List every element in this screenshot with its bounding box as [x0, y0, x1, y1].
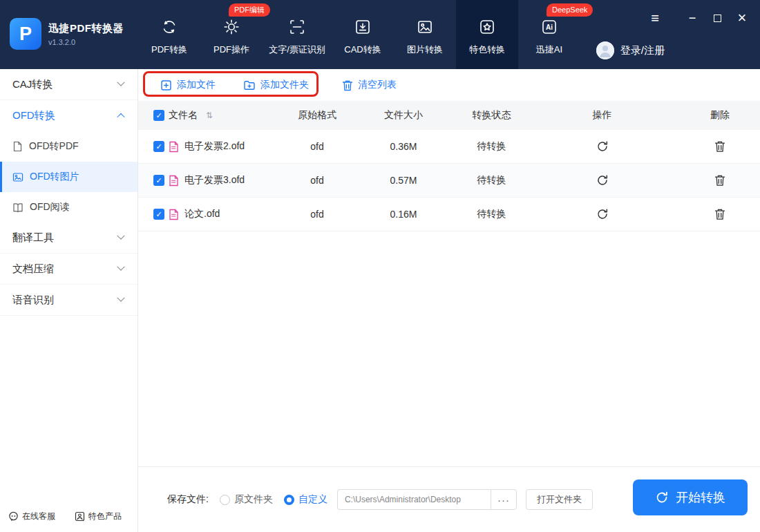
maximize-button[interactable] [710, 11, 724, 25]
delete-row-button[interactable] [712, 205, 728, 223]
item-label: OFD转PDF [29, 140, 79, 153]
table-header: ✓ 文件名 ⇅ 原始格式 文件大小 转换状态 操作 删除 [138, 101, 760, 130]
ai-box-icon: Ai [540, 17, 558, 37]
row-checkbox[interactable]: ✓ [153, 175, 164, 186]
open-folder-button[interactable]: 打开文件夹 [526, 489, 593, 510]
avatar [596, 41, 614, 59]
sidebar-group-translate[interactable]: 翻译工具 [0, 222, 137, 254]
pdf-doc-icon [12, 141, 23, 152]
column-filename[interactable]: 文件名 ⇅ [169, 109, 286, 122]
minimize-button[interactable]: − [685, 11, 699, 25]
table-row: ✓ 论文.ofd ofd 0.16M 待转换 [138, 198, 760, 231]
browse-button[interactable]: ··· [491, 489, 517, 510]
sidebar-group-ofd[interactable]: OFD转换 [0, 100, 137, 131]
person-box-icon [75, 511, 85, 522]
radio-circle-selected[interactable] [284, 495, 294, 505]
file-status: 待转换 [459, 174, 524, 187]
nav-tab-cad-convert[interactable]: CAD转换 [332, 0, 394, 69]
gear-icon [222, 17, 240, 37]
close-button[interactable]: × [735, 11, 749, 25]
add-file-label: 添加文件 [177, 79, 216, 91]
window-controls: ≡ − × [648, 11, 749, 25]
radio-original-folder[interactable]: 原文件夹 [220, 493, 273, 506]
toolbar: 添加文件 添加文件夹 清空列表 [138, 69, 760, 101]
featured-products-link[interactable]: 特色产品 [75, 511, 122, 522]
header: P 迅捷PDF转换器 v1.3.2.0 PDF转换 PDF编辑 PDF操作 文字… [0, 0, 760, 69]
sidebar-item-ofd-to-image[interactable]: OFD转图片 [0, 162, 137, 192]
nav-label: 文字/票证识别 [269, 44, 325, 56]
delete-row-button[interactable] [712, 171, 728, 189]
chat-smiley-icon [8, 511, 19, 522]
clear-list-button[interactable]: 清空列表 [342, 79, 397, 91]
group-label: 翻译工具 [12, 231, 54, 245]
radio-custom-folder[interactable]: 自定义 [284, 493, 327, 506]
chevron-down-icon [117, 79, 124, 86]
nav-tab-special-convert[interactable]: 特色转换 [456, 0, 518, 69]
menu-icon[interactable]: ≡ [648, 11, 662, 25]
convert-row-button[interactable] [593, 137, 611, 155]
sidebar-item-ofd-read[interactable]: OFD阅读 [0, 192, 137, 222]
group-label: OFD转换 [12, 109, 55, 122]
nav-label: PDF转换 [151, 44, 187, 56]
add-folder-label: 添加文件夹 [260, 79, 309, 91]
file-name: 电子发票2.ofd [184, 140, 245, 153]
bottom-bar: 保存文件: 原文件夹 自定义 ··· 打开文件夹 开始转换 [138, 466, 760, 532]
radio-circle-unselected[interactable] [220, 495, 230, 505]
login-register[interactable]: 登录/注册 [596, 41, 665, 59]
sidebar-footer: 在线客服 特色产品 [0, 500, 137, 532]
download-box-icon [354, 17, 372, 37]
footer-label: 在线客服 [22, 511, 55, 522]
sort-icon[interactable]: ⇅ [206, 111, 213, 120]
add-folder-button[interactable]: 添加文件夹 [243, 79, 309, 91]
sidebar-item-ofd-to-pdf[interactable]: OFD转PDF [0, 131, 137, 162]
convert-row-button[interactable] [593, 171, 611, 189]
book-icon [12, 202, 23, 213]
online-service-link[interactable]: 在线客服 [8, 511, 55, 522]
nav-tab-xunjie-ai[interactable]: DeepSeek Ai 迅捷AI [518, 0, 580, 69]
nav-tab-pdf-convert[interactable]: PDF转换 [138, 0, 200, 69]
column-status: 转换状态 [459, 109, 524, 122]
row-checkbox[interactable]: ✓ [153, 141, 164, 152]
nav-label: 图片转换 [407, 44, 443, 56]
sidebar-group-compress[interactable]: 文档压缩 [0, 254, 137, 285]
delete-row-button[interactable] [712, 137, 728, 155]
add-file-button[interactable]: 添加文件 [160, 79, 216, 91]
column-size: 文件大小 [348, 109, 459, 122]
start-convert-button[interactable]: 开始转换 [633, 479, 748, 515]
nav-tab-image-convert[interactable]: 图片转换 [394, 0, 456, 69]
nav-tab-pdf-operate[interactable]: PDF编辑 PDF操作 [200, 0, 263, 69]
select-all-checkbox[interactable]: ✓ [153, 110, 164, 121]
footer-label: 特色产品 [88, 511, 122, 522]
app-version: v1.3.2.0 [48, 38, 124, 46]
start-convert-label: 开始转换 [676, 489, 725, 506]
ofd-file-icon [169, 141, 179, 153]
radio-label: 原文件夹 [234, 493, 273, 506]
nav-label: 特色转换 [469, 44, 505, 56]
row-checkbox[interactable]: ✓ [153, 209, 164, 220]
nav-tab-ocr[interactable]: 文字/票证识别 [263, 0, 332, 69]
file-size: 0.16M [348, 209, 459, 220]
file-format: ofd [286, 209, 348, 220]
sidebar-group-caj[interactable]: CAJ转换 [0, 69, 137, 100]
deepseek-badge: DeepSeek [547, 3, 593, 17]
add-file-icon [160, 79, 172, 91]
item-label: OFD阅读 [30, 201, 70, 213]
file-size: 0.36M [348, 141, 459, 152]
convert-row-button[interactable] [593, 205, 611, 223]
nav-label: CAD转换 [344, 44, 381, 56]
maximize-icon [714, 15, 721, 22]
main-content: 添加文件 添加文件夹 清空列表 ✓ 文件名 ⇅ 原始格式 文件大小 转换状态 操… [138, 69, 760, 532]
image-small-icon [12, 172, 23, 182]
chevron-down-icon [117, 294, 124, 302]
svg-text:Ai: Ai [546, 23, 553, 31]
group-label: CAJ转换 [12, 78, 53, 91]
ofd-file-icon [169, 175, 179, 187]
save-path-input[interactable] [337, 489, 491, 510]
sidebar: CAJ转换 OFD转换 OFD转PDF OFD转图片 OFD阅读 翻译工具 文档… [0, 69, 138, 532]
add-folder-icon [243, 79, 256, 91]
refresh-white-icon [655, 491, 669, 504]
sidebar-group-speech[interactable]: 语音识别 [0, 285, 137, 316]
nav-label: 迅捷AI [536, 44, 562, 56]
ofd-file-icon [169, 209, 179, 220]
clear-list-label: 清空列表 [358, 79, 397, 91]
